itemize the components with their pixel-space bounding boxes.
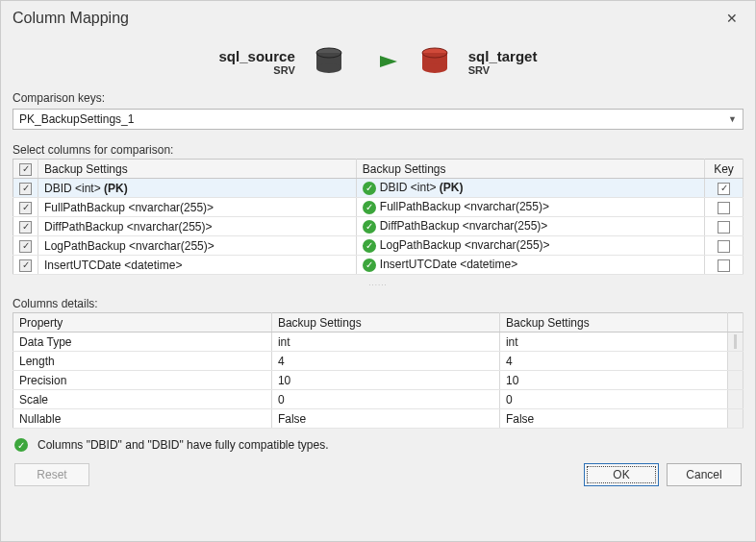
key-checkbox[interactable] — [705, 217, 743, 236]
key-checkbox[interactable] — [705, 256, 743, 275]
detail-property: Scale — [13, 390, 272, 409]
detail-property: Nullable — [13, 409, 272, 429]
target-name: sql_target — [468, 48, 538, 64]
checkbox-icon — [718, 240, 730, 253]
target-column: ✓LogPathBackup <nvarchar(255)> — [356, 236, 704, 256]
pk-label: (PK) — [104, 182, 128, 195]
svg-point-2 — [316, 63, 341, 73]
details-header-b[interactable]: Backup Settings — [499, 313, 727, 333]
dialog-title: Column Mapping — [13, 10, 129, 27]
dialog-titlebar: Column Mapping ✕ — [1, 1, 755, 32]
select-columns-label: Select columns for comparison: — [1, 137, 755, 159]
details-header-property[interactable]: Property — [13, 313, 272, 333]
detail-value: False — [271, 409, 499, 429]
column-text: InsertUTCDate <datetime> — [44, 259, 182, 272]
target-label: sql_target SRV — [468, 48, 538, 76]
column-text: LogPathBackup <nvarchar(255)> — [380, 238, 550, 252]
comparison-keys-label: Comparison keys: — [1, 86, 755, 107]
svg-point-7 — [422, 63, 447, 73]
row-checkbox[interactable]: ✓ — [13, 198, 38, 217]
check-circle-icon: ✓ — [363, 182, 376, 195]
target-column: ✓FullPathBackup <nvarchar(255)> — [356, 198, 704, 217]
ok-button[interactable]: OK — [584, 463, 659, 486]
table-row: Precision1010 — [13, 371, 743, 390]
scrollbar-track[interactable] — [728, 409, 743, 429]
columns-header-key[interactable]: Key — [705, 160, 743, 179]
scrollbar-thumb[interactable] — [734, 334, 737, 349]
source-name: sql_source — [219, 48, 295, 64]
row-checkbox[interactable]: ✓ — [13, 217, 38, 236]
detail-value: 10 — [499, 371, 727, 390]
details-table: Property Backup Settings Backup Settings… — [13, 312, 743, 429]
table-row[interactable]: ✓InsertUTCDate <datetime>✓InsertUTCDate … — [13, 256, 743, 275]
check-circle-icon: ✓ — [363, 220, 376, 234]
comparison-key-select[interactable]: PK_BackupSettings_1 ▼ — [13, 109, 743, 130]
check-circle-icon: ✓ — [363, 201, 376, 214]
table-row: Data Typeintint — [13, 333, 743, 352]
mapping-diagram: sql_source SRV sql_target SRV — [1, 32, 755, 86]
columns-header-left[interactable]: Backup Settings — [38, 160, 357, 179]
cancel-button[interactable]: Cancel — [667, 463, 742, 486]
row-checkbox[interactable]: ✓ — [13, 256, 38, 275]
checkbox-icon: ✓ — [19, 163, 32, 176]
table-row[interactable]: ✓FullPathBackup <nvarchar(255)>✓FullPath… — [13, 198, 743, 217]
scrollbar-track[interactable] — [728, 371, 743, 390]
checkbox-icon: ✓ — [19, 240, 32, 253]
detail-property: Data Type — [13, 333, 272, 352]
button-bar: Reset OK Cancel — [1, 456, 755, 498]
target-column: ✓DiffPathBackup <nvarchar(255)> — [356, 217, 704, 236]
target-db-icon — [418, 45, 451, 78]
source-column: DiffPathBackup <nvarchar(255)> — [38, 217, 357, 236]
row-checkbox[interactable]: ✓ — [13, 236, 38, 256]
detail-property: Length — [13, 352, 272, 371]
detail-value: int — [499, 333, 727, 352]
close-icon[interactable]: ✕ — [720, 9, 743, 28]
column-text: InsertUTCDate <datetime> — [380, 258, 517, 271]
scrollbar-track[interactable] — [728, 352, 743, 371]
compatibility-text: Columns "DBID" and "DBID" have fully com… — [38, 438, 329, 452]
target-sub: SRV — [468, 64, 538, 76]
check-circle-icon: ✓ — [363, 259, 376, 272]
row-checkbox[interactable]: ✓ — [13, 179, 38, 198]
details-header-a[interactable]: Backup Settings — [271, 313, 499, 333]
columns-details-label: Columns details: — [1, 291, 755, 312]
detail-value: int — [271, 333, 499, 352]
table-row[interactable]: ✓LogPathBackup <nvarchar(255)>✓LogPathBa… — [13, 236, 743, 256]
svg-marker-4 — [365, 56, 397, 67]
table-row[interactable]: ✓DBID <int> (PK)✓DBID <int> (PK)✓ — [13, 179, 743, 198]
detail-value: 4 — [271, 352, 499, 371]
checkbox-icon: ✓ — [19, 183, 32, 195]
key-checkbox[interactable] — [705, 236, 743, 256]
source-column: DBID <int> (PK) — [38, 179, 357, 198]
detail-value: 0 — [499, 390, 727, 409]
column-text: DBID <int> — [44, 182, 104, 195]
columns-table: ✓ Backup Settings Backup Settings Key ✓D… — [13, 159, 743, 275]
splitter-handle[interactable]: ∙∙∙∙∙∙ — [359, 281, 397, 289]
checkbox-icon: ✓ — [19, 202, 32, 214]
checkbox-icon: ✓ — [718, 183, 730, 195]
target-column: ✓DBID <int> (PK) — [356, 179, 704, 198]
scrollbar-track[interactable] — [728, 313, 743, 333]
column-text: LogPathBackup <nvarchar(255)> — [44, 239, 214, 253]
pk-label: (PK) — [440, 181, 464, 194]
table-row: Scale00 — [13, 390, 743, 409]
scrollbar-track[interactable] — [728, 333, 743, 352]
column-text: DiffPathBackup <nvarchar(255)> — [380, 219, 548, 233]
source-label: sql_source SRV — [219, 48, 295, 76]
source-column: FullPathBackup <nvarchar(255)> — [38, 198, 357, 217]
scrollbar-track[interactable] — [728, 390, 743, 409]
key-checkbox[interactable] — [705, 198, 743, 217]
detail-value: 0 — [271, 390, 499, 409]
checkbox-icon — [718, 202, 730, 214]
table-row: Length44 — [13, 352, 743, 371]
detail-value: 10 — [271, 371, 499, 390]
detail-value: False — [499, 409, 727, 429]
compatibility-status: ✓ Columns "DBID" and "DBID" have fully c… — [1, 429, 755, 456]
columns-header-right[interactable]: Backup Settings — [356, 160, 704, 179]
table-row[interactable]: ✓DiffPathBackup <nvarchar(255)>✓DiffPath… — [13, 217, 743, 236]
reset-button[interactable]: Reset — [14, 463, 89, 486]
select-all-header[interactable]: ✓ — [13, 160, 38, 179]
key-checkbox[interactable]: ✓ — [705, 179, 743, 198]
target-column: ✓InsertUTCDate <datetime> — [356, 256, 704, 275]
checkbox-icon: ✓ — [19, 259, 32, 272]
